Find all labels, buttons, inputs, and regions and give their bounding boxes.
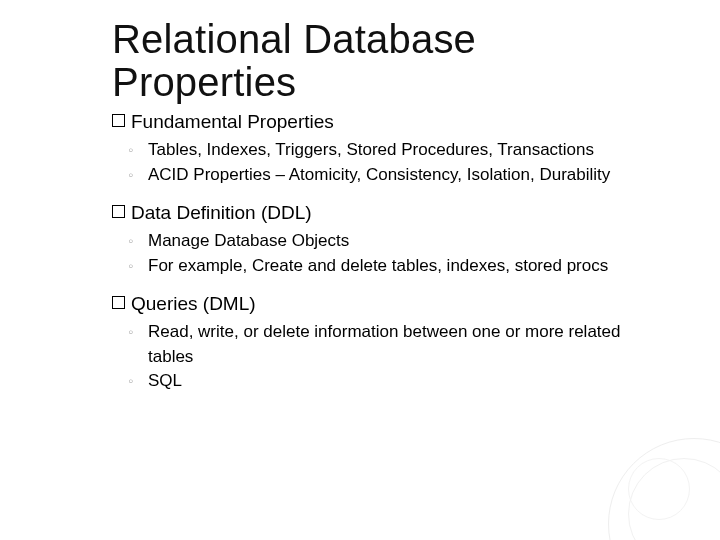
ring-icon (628, 458, 720, 540)
title-line-1: Relational Database (112, 17, 476, 61)
item-text: Read, write, or delete information betwe… (148, 320, 670, 369)
ring-icon (628, 458, 690, 520)
item-text: ACID Properties – Atomicity, Consistency… (148, 163, 670, 188)
slide: Relational Database Properties Fundament… (0, 0, 720, 540)
decorative-rings (540, 400, 720, 540)
section-ddl: Data Definition (DDL) ◦ Manage Database … (112, 201, 670, 278)
sub-list: ◦ Tables, Indexes, Triggers, Stored Proc… (112, 138, 670, 187)
list-item: ◦ Manage Database Objects (128, 229, 670, 254)
circle-bullet-icon: ◦ (128, 163, 142, 187)
item-text: SQL (148, 369, 670, 394)
slide-title: Relational Database Properties (112, 18, 670, 104)
circle-bullet-icon: ◦ (128, 138, 142, 162)
title-line-2: Properties (112, 60, 296, 104)
square-bullet-icon (112, 296, 125, 309)
item-text: For example, Create and delete tables, i… (148, 254, 670, 279)
sub-list: ◦ Manage Database Objects ◦ For example,… (112, 229, 670, 278)
heading-fundamental: Fundamental Properties (112, 110, 670, 134)
list-item: ◦ Read, write, or delete information bet… (128, 320, 670, 369)
heading-text: Queries (DML) (131, 292, 256, 316)
list-item: ◦ ACID Properties – Atomicity, Consisten… (128, 163, 670, 188)
heading-ddl: Data Definition (DDL) (112, 201, 670, 225)
item-text: Tables, Indexes, Triggers, Stored Proced… (148, 138, 670, 163)
section-fundamental: Fundamental Properties ◦ Tables, Indexes… (112, 110, 670, 187)
section-dml: Queries (DML) ◦ Read, write, or delete i… (112, 292, 670, 394)
heading-text: Fundamental Properties (131, 110, 334, 134)
circle-bullet-icon: ◦ (128, 254, 142, 278)
list-item: ◦ SQL (128, 369, 670, 394)
circle-bullet-icon: ◦ (128, 369, 142, 393)
square-bullet-icon (112, 114, 125, 127)
list-item: ◦ For example, Create and delete tables,… (128, 254, 670, 279)
circle-bullet-icon: ◦ (128, 229, 142, 253)
heading-text: Data Definition (DDL) (131, 201, 312, 225)
circle-bullet-icon: ◦ (128, 320, 142, 344)
sub-list: ◦ Read, write, or delete information bet… (112, 320, 670, 394)
item-text: Manage Database Objects (148, 229, 670, 254)
list-item: ◦ Tables, Indexes, Triggers, Stored Proc… (128, 138, 670, 163)
ring-icon (608, 438, 720, 540)
heading-dml: Queries (DML) (112, 292, 670, 316)
square-bullet-icon (112, 205, 125, 218)
